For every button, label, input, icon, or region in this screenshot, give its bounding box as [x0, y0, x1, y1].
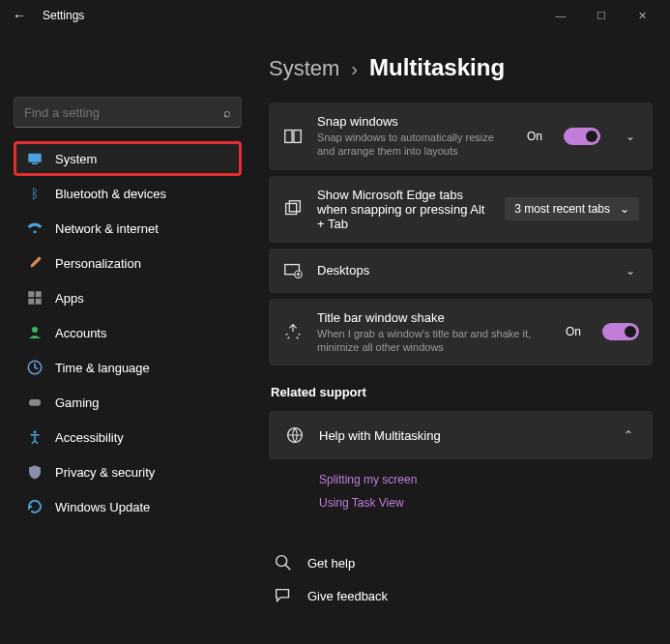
svg-rect-14 — [289, 201, 300, 212]
sidebar-item-label: Apps — [55, 291, 84, 306]
snap-toggle[interactable] — [564, 128, 600, 145]
chevron-down-icon[interactable]: ⌄ — [622, 130, 639, 143]
sidebar: ⌕ System ᛒ Bluetooth & devices Network &… — [0, 31, 251, 644]
snap-windows-card[interactable]: Snap windows Snap windows to automatical… — [269, 102, 653, 170]
svg-rect-5 — [28, 299, 34, 305]
update-icon — [26, 498, 44, 515]
svg-rect-6 — [36, 299, 42, 305]
shake-icon — [282, 321, 304, 342]
svg-rect-3 — [28, 291, 34, 297]
sidebar-item-label: System — [55, 152, 97, 166]
bluetooth-icon: ᛒ — [26, 185, 44, 202]
edge-tabs-icon — [282, 198, 304, 220]
support-link-taskview[interactable]: Using Task View — [319, 496, 653, 510]
sidebar-item-label: Privacy & security — [55, 465, 155, 480]
sidebar-item-accessibility[interactable]: Accessibility — [14, 420, 242, 454]
chevron-down-icon: ⌄ — [620, 202, 629, 216]
sidebar-item-label: Accessibility — [55, 430, 124, 445]
toggle-status: On — [566, 325, 581, 338]
sidebar-item-label: Personalization — [55, 256, 141, 271]
breadcrumb: System › Multitasking — [269, 54, 653, 81]
close-button[interactable]: ✕ — [622, 10, 662, 22]
support-link-splitting[interactable]: Splitting my screen — [319, 473, 653, 486]
sidebar-item-apps[interactable]: Apps — [14, 280, 242, 315]
snap-icon — [282, 126, 304, 147]
sidebar-item-windows-update[interactable]: Windows Update — [14, 489, 242, 524]
main-content: System › Multitasking Snap windows Snap … — [251, 31, 670, 644]
svg-rect-12 — [294, 130, 301, 142]
svg-point-10 — [34, 430, 37, 433]
minimize-button[interactable]: — — [540, 10, 581, 21]
card-subtitle: When I grab a window's title bar and sha… — [317, 327, 552, 355]
sidebar-item-label: Gaming — [55, 395, 100, 410]
shake-toggle[interactable] — [602, 323, 639, 340]
card-title: Title bar window shake — [317, 310, 552, 325]
apps-icon — [26, 289, 44, 307]
sidebar-item-label: Time & language — [55, 361, 150, 375]
feedback-icon — [273, 585, 294, 606]
search-input[interactable] — [24, 105, 223, 120]
dropdown-value: 3 most recent tabs — [514, 202, 610, 216]
svg-rect-11 — [285, 130, 292, 142]
search-icon: ⌕ — [223, 105, 231, 120]
give-feedback-link[interactable]: Give feedback — [269, 579, 653, 612]
svg-rect-9 — [29, 399, 41, 406]
help-title: Help with Multitasking — [319, 428, 598, 443]
svg-rect-4 — [36, 291, 42, 297]
wifi-icon — [26, 220, 44, 237]
sidebar-item-network[interactable]: Network & internet — [14, 211, 242, 246]
breadcrumb-parent[interactable]: System — [269, 56, 339, 81]
desktops-card[interactable]: Desktops ⌄ — [269, 249, 653, 293]
card-title: Snap windows — [317, 114, 513, 129]
clock-globe-icon — [26, 359, 44, 376]
svg-point-2 — [34, 230, 37, 233]
search-box[interactable]: ⌕ — [14, 97, 242, 128]
sidebar-item-label: Bluetooth & devices — [55, 187, 166, 201]
card-title: Desktops — [317, 263, 600, 278]
globe-help-icon — [284, 424, 306, 446]
chevron-right-icon: › — [351, 58, 358, 80]
sidebar-item-system[interactable]: System — [14, 141, 242, 176]
accounts-icon — [26, 324, 44, 341]
accessibility-icon — [26, 428, 44, 446]
back-button[interactable]: ← — [8, 8, 31, 23]
card-title: Show Microsoft Edge tabs when snapping o… — [317, 188, 491, 231]
help-icon — [273, 552, 294, 573]
window-title: Settings — [43, 9, 84, 22]
page-title: Multitasking — [369, 54, 505, 81]
system-icon — [26, 150, 44, 167]
chevron-down-icon[interactable]: ⌄ — [622, 264, 639, 278]
gaming-icon — [26, 394, 44, 411]
sidebar-item-label: Accounts — [55, 326, 106, 340]
svg-rect-0 — [28, 154, 42, 162]
sidebar-item-label: Windows Update — [55, 500, 150, 514]
sidebar-item-privacy[interactable]: Privacy & security — [14, 454, 242, 489]
sidebar-item-time-language[interactable]: Time & language — [14, 350, 242, 385]
maximize-button[interactable]: ☐ — [581, 10, 622, 22]
edge-tabs-card[interactable]: Show Microsoft Edge tabs when snapping o… — [269, 176, 653, 243]
related-support-heading: Related support — [271, 385, 653, 399]
sidebar-item-gaming[interactable]: Gaming — [14, 385, 242, 420]
svg-point-7 — [32, 327, 38, 333]
help-multitasking-row[interactable]: Help with Multitasking ⌃ — [269, 411, 653, 459]
sidebar-item-label: Network & internet — [55, 221, 159, 236]
title-bar: ← Settings — ☐ ✕ — [0, 0, 670, 31]
get-help-link[interactable]: Get help — [269, 546, 653, 579]
toggle-status: On — [527, 130, 542, 143]
edge-tabs-dropdown[interactable]: 3 most recent tabs ⌄ — [505, 197, 639, 220]
sidebar-item-bluetooth[interactable]: ᛒ Bluetooth & devices — [14, 176, 242, 211]
support-links: Splitting my screen Using Task View — [269, 459, 653, 523]
title-bar-shake-card[interactable]: Title bar window shake When I grab a win… — [269, 299, 653, 366]
svg-rect-1 — [32, 163, 38, 165]
chevron-up-icon[interactable]: ⌃ — [620, 428, 637, 442]
paintbrush-icon — [26, 254, 44, 272]
card-subtitle: Snap windows to automatically resize and… — [317, 131, 513, 159]
desktops-icon — [282, 260, 304, 281]
svg-rect-13 — [286, 204, 297, 215]
sidebar-item-accounts[interactable]: Accounts — [14, 315, 242, 350]
shield-icon — [26, 463, 44, 481]
footer: Get help Give feedback — [269, 546, 653, 612]
sidebar-item-personalization[interactable]: Personalization — [14, 246, 242, 280]
